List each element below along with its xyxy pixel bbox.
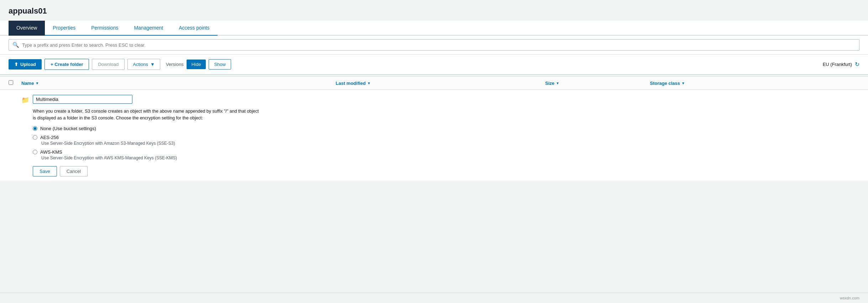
page-wrapper: appuals01 Overview Properties Permission… xyxy=(0,0,868,303)
search-bar: 🔍 xyxy=(9,39,859,51)
actions-button[interactable]: Actions ▼ xyxy=(127,59,160,70)
folder-create-row: 📁 When you create a folder, S3 console c… xyxy=(0,90,868,182)
folder-description: When you create a folder, S3 console cre… xyxy=(33,108,261,122)
encryption-sublabel-aes256: Use Server-Side Encryption with Amazon S… xyxy=(41,141,859,146)
folder-icon-cell xyxy=(9,95,21,101)
search-input[interactable] xyxy=(22,42,856,48)
col-name-header[interactable]: Name ▼ xyxy=(21,81,336,86)
search-bar-wrapper: 🔍 xyxy=(0,36,868,55)
select-all-checkbox[interactable] xyxy=(9,80,13,85)
versions-label: Versions xyxy=(166,62,184,67)
encryption-radio-none[interactable] xyxy=(33,126,37,131)
encryption-label-none[interactable]: None (Use bucket settings) xyxy=(40,126,96,131)
encryption-option-none: None (Use bucket settings) xyxy=(33,126,859,131)
tab-permissions[interactable]: Permissions xyxy=(83,21,126,36)
encryption-option-awskms: AWS-KMS Use Server-Side Encryption with … xyxy=(33,149,859,160)
hide-button[interactable]: Hide xyxy=(187,60,206,69)
toolbar: ⬆ Upload + Create folder Download Action… xyxy=(0,55,868,75)
col-modified-header[interactable]: Last modified ▼ xyxy=(336,81,545,86)
region-display: EU (Frankfurt) ↻ xyxy=(823,61,859,68)
search-icon: 🔍 xyxy=(12,42,19,48)
encryption-sublabel-awskms: Use Server-Side Encryption with AWS KMS-… xyxy=(41,155,859,160)
upload-button[interactable]: ⬆ Upload xyxy=(9,59,42,70)
encryption-option-aes256: AES-256 Use Server-Side Encryption with … xyxy=(33,135,859,146)
encryption-label-awskms[interactable]: AWS-KMS xyxy=(40,149,62,155)
encryption-radio-awskms[interactable] xyxy=(33,150,37,154)
refresh-icon[interactable]: ↻ xyxy=(855,61,859,68)
encryption-radio-group: None (Use bucket settings) AES-256 Use S… xyxy=(33,126,859,160)
form-actions: Save Cancel xyxy=(33,166,859,176)
col-storage-header[interactable]: Storage class ▼ xyxy=(650,81,860,86)
encryption-label-aes256[interactable]: AES-256 xyxy=(40,135,59,140)
tabs-bar: Overview Properties Permissions Manageme… xyxy=(0,21,868,36)
tab-management[interactable]: Management xyxy=(126,21,171,36)
tab-access-points[interactable]: Access points xyxy=(171,21,217,36)
modified-sort-icon: ▼ xyxy=(367,81,371,85)
region-label: EU (Frankfurt) xyxy=(823,62,852,67)
folder-icon: 📁 xyxy=(21,96,29,104)
footer-text: wsxdn.com xyxy=(840,296,859,300)
content-area: Name ▼ Last modified ▼ Size ▼ Storage cl… xyxy=(0,77,868,182)
upload-icon: ⬆ xyxy=(14,62,18,67)
download-button[interactable]: Download xyxy=(92,59,125,70)
tab-overview[interactable]: Overview xyxy=(9,21,45,36)
table-header: Name ▼ Last modified ▼ Size ▼ Storage cl… xyxy=(0,77,868,90)
storage-sort-icon: ▼ xyxy=(681,81,685,85)
folder-form: When you create a folder, S3 console cre… xyxy=(33,95,859,176)
cancel-button[interactable]: Cancel xyxy=(60,166,88,176)
bucket-title: appuals01 xyxy=(0,0,868,21)
tab-properties[interactable]: Properties xyxy=(45,21,83,36)
show-button[interactable]: Show xyxy=(209,59,231,70)
encryption-radio-aes256[interactable] xyxy=(33,135,37,140)
chevron-down-icon: ▼ xyxy=(150,62,155,67)
name-sort-icon: ▼ xyxy=(35,81,39,85)
create-folder-button[interactable]: + Create folder xyxy=(45,59,89,70)
save-button[interactable]: Save xyxy=(33,166,57,176)
size-sort-icon: ▼ xyxy=(556,81,559,85)
col-size-header[interactable]: Size ▼ xyxy=(545,81,650,86)
footer-bar: wsxdn.com xyxy=(0,293,868,303)
header-checkbox-cell xyxy=(9,80,21,86)
folder-name-input[interactable] xyxy=(33,95,132,104)
